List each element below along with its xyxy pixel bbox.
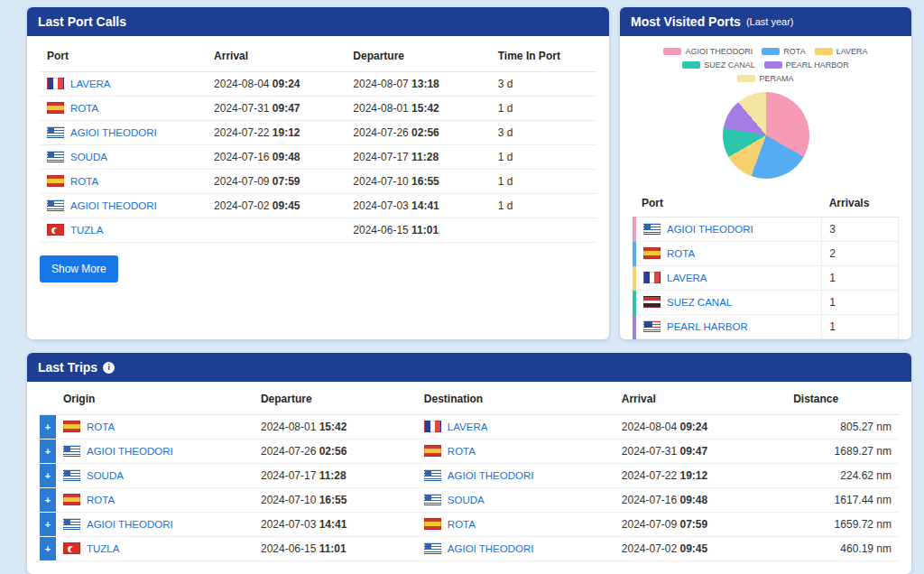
country-flag-icon [424, 421, 441, 432]
column-header-arrivals: Arrivals [822, 190, 899, 218]
port-cell: TUZLA [40, 218, 207, 243]
port-link[interactable]: SOUDA [87, 470, 124, 481]
legend-item[interactable]: PERAMA [737, 74, 793, 83]
port-link[interactable]: AGIOI THEODORI [87, 519, 173, 530]
port-link[interactable]: ROTA [87, 495, 115, 505]
expand-row-button[interactable]: + [40, 464, 56, 488]
distance-cell: 460.19 nm [786, 537, 899, 561]
distance-cell: 805.27 nm [786, 415, 899, 440]
column-header-arrival: Arrival [614, 382, 786, 415]
most-visited-ports-header: Most Visited Ports (Last year) [620, 7, 911, 36]
legend-item[interactable]: ROTA [762, 47, 805, 56]
port-link[interactable]: AGIOI THEODORI [448, 543, 534, 554]
trip-row: + AGIOI THEODORI 2024-07-26 02:56 ROTA 2… [40, 440, 899, 464]
info-icon[interactable]: i [103, 362, 115, 374]
legend-label: PEARL HARBOR [786, 60, 849, 69]
port-link[interactable]: PEARL HARBOR [667, 321, 748, 332]
port-cell: SOUDA [40, 145, 207, 170]
origin-cell: AGIOI THEODORI [56, 440, 254, 464]
arrival-cell: 2024-08-04 09:24 [614, 415, 786, 440]
distance-cell: 1659.72 nm [786, 513, 899, 537]
country-flag-icon [424, 518, 441, 530]
last-trips-header: Last Trips i [27, 353, 911, 382]
expand-row-button[interactable]: + [40, 415, 56, 440]
port-link[interactable]: ROTA [87, 421, 115, 432]
most-visited-row: AGIOI THEODORI 3 [634, 218, 899, 242]
time-in-port-cell: 1 d [491, 145, 596, 170]
departure-cell: 2024-08-07 13:18 [346, 72, 490, 97]
column-header-time-in-port: Time In Port [491, 40, 596, 72]
plus-icon: + [45, 543, 51, 554]
country-flag-icon [47, 224, 64, 236]
country-flag-icon [47, 78, 64, 89]
departure-cell: 2024-07-17 11:28 [346, 145, 490, 170]
legend-swatch-icon [663, 48, 681, 55]
legend-swatch-icon [762, 48, 780, 55]
port-cell: ROTA [634, 242, 822, 266]
legend-label: ROTA [783, 47, 805, 56]
time-in-port-cell: 3 d [491, 121, 596, 145]
last-port-calls-header: Last Port Calls [27, 7, 609, 36]
port-link[interactable]: AGIOI THEODORI [70, 127, 157, 138]
panel-title: Most Visited Ports [631, 14, 741, 29]
plus-icon: + [45, 519, 51, 530]
port-link[interactable]: TUZLA [87, 543, 119, 554]
legend-item[interactable]: PEARL HARBOR [764, 60, 849, 69]
port-link[interactable]: ROTA [70, 103, 98, 114]
country-flag-icon [643, 320, 661, 332]
show-more-button[interactable]: Show More [40, 255, 118, 282]
port-cell: AGIOI THEODORI [634, 218, 822, 242]
expand-row-button[interactable]: + [40, 488, 56, 513]
port-link[interactable]: SUEZ CANAL [667, 297, 732, 308]
port-link[interactable]: SOUDA [448, 495, 485, 505]
distance-cell: 1689.27 nm [786, 440, 899, 464]
country-flag-icon [47, 151, 64, 162]
port-link[interactable]: ROTA [448, 519, 476, 530]
port-link[interactable]: ROTA [448, 446, 476, 457]
arrival-cell: 2024-07-31 09:47 [614, 440, 786, 464]
port-link[interactable]: LAVERA [667, 273, 707, 283]
port-link[interactable]: AGIOI THEODORI [87, 446, 173, 457]
port-link[interactable]: ROTA [667, 248, 695, 259]
legend-swatch-icon [764, 61, 782, 69]
country-flag-icon [47, 199, 64, 211]
port-link[interactable]: ROTA [70, 176, 98, 187]
vessel-dashboard: Last Port Calls Port Arrival Departure T… [0, 0, 924, 574]
port-call-row: ROTA 2024-07-31 09:47 2024-08-01 15:42 1… [40, 97, 596, 121]
destination-cell: AGIOI THEODORI [417, 464, 614, 488]
expand-row-button[interactable]: + [40, 537, 56, 561]
arrivals-cell: 3 [822, 218, 899, 242]
port-link[interactable]: LAVERA [70, 79, 111, 89]
country-flag-icon [63, 421, 80, 432]
most-visited-row: LAVERA 1 [634, 266, 899, 291]
port-cell: PEARL HARBOR [634, 315, 822, 339]
port-link[interactable]: LAVERA [448, 421, 488, 432]
country-flag-icon [643, 223, 661, 235]
port-cell: ROTA [40, 97, 207, 121]
country-flag-icon [643, 296, 661, 308]
port-link[interactable]: TUZLA [70, 225, 103, 236]
panel-subtitle: (Last year) [746, 16, 794, 27]
pie-chart[interactable] [723, 92, 809, 179]
arrival-cell: 2024-07-02 09:45 [614, 537, 786, 561]
destination-cell: LAVERA [417, 415, 614, 440]
port-cell: LAVERA [634, 266, 822, 291]
last-trips-table: Origin Departure Destination Arrival Dis… [40, 382, 899, 561]
legend-item[interactable]: SUEZ CANAL [682, 60, 755, 69]
expand-row-button[interactable]: + [40, 513, 56, 537]
legend-item[interactable]: LAVERA [815, 47, 868, 56]
time-in-port-cell: 1 d [491, 194, 596, 218]
country-flag-icon [643, 247, 661, 259]
distance-cell: 224.62 nm [786, 464, 899, 488]
port-link[interactable]: AGIOI THEODORI [70, 200, 157, 211]
most-visited-ports-panel: Most Visited Ports (Last year) AGIOI THE… [620, 7, 911, 339]
legend-swatch-icon [815, 48, 833, 55]
expand-row-button[interactable]: + [40, 440, 56, 464]
legend-item[interactable]: AGIOI THEODORI [663, 47, 753, 56]
port-link[interactable]: AGIOI THEODORI [448, 470, 534, 481]
time-in-port-cell [491, 218, 596, 243]
destination-cell: SOUDA [417, 488, 614, 513]
port-link[interactable]: SOUDA [70, 152, 107, 162]
port-call-row: TUZLA 2024-06-15 11:01 [40, 218, 596, 243]
port-link[interactable]: AGIOI THEODORI [667, 224, 753, 235]
